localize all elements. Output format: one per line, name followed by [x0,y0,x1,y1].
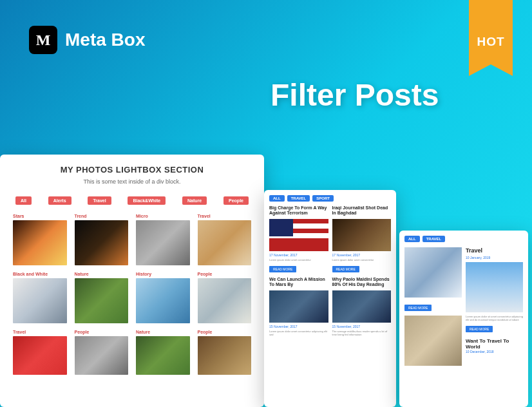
lightbox-subtitle: This is some text inside of a div block. [13,178,251,185]
photo-label: Micro [136,214,190,218]
filter-button[interactable]: Alerts [48,196,71,205]
photo-thumb[interactable] [75,336,129,375]
filter-button[interactable]: Black&White [128,196,166,205]
read-more-button[interactable]: READ MORE [404,305,432,311]
news-card: Iraqi Journalist Shot Dead In Baghdad 17… [332,205,392,273]
card-title: Big Charge To Form A Way Against Terrori… [269,205,328,216]
travel-side-card: READ MORE [404,247,462,368]
card-date: 10 January, 2019 [466,256,523,260]
news-grid: Big Charge To Form A Way Against Terrori… [269,205,391,336]
photo-label: Travel [198,214,252,218]
travel-row: READ MORE Travel 10 January, 2019 Lorem … [404,247,523,368]
photo-thumb[interactable] [136,278,190,323]
card-date: 17 November, 2017 [332,253,392,257]
card-excerpt: The average middle-class reader spends a… [332,330,392,336]
photo-thumb[interactable] [198,336,252,375]
card-image[interactable] [332,219,392,251]
card-image[interactable] [269,219,328,251]
photo-label: People [75,330,129,334]
photo-label: Trend [75,214,129,218]
photo-thumb[interactable] [13,336,67,375]
card-excerpt: Lorem ipsum dolor amet consectetur adipi… [269,330,328,336]
card-image[interactable] [269,290,328,323]
page-title: Filter Posts [271,77,439,113]
card-excerpt: Lorem ipsum dolor sit amet consectetur a… [466,315,523,321]
photo-thumb[interactable] [136,220,190,265]
photo-thumb[interactable] [75,220,129,265]
tag-bar: ALL TRAVEL SPORT [269,195,391,202]
travel-panel: ALL TRAVEL READ MORE Travel 10 January, … [399,231,528,407]
card-excerpt: Lorem ipsum dolor amet consectetur [269,258,328,261]
filter-button[interactable]: Travel [88,196,111,205]
card-title: Why Paolo Maldini Spends 80% Of His Day … [332,277,392,288]
photo-label: Nature [136,330,190,334]
card-title: Iraqi Journalist Shot Dead In Baghdad [332,205,392,216]
filter-button[interactable]: People [223,196,249,205]
tag-bar: ALL TRAVEL [404,236,523,242]
photo-grid: Stars Trend Micro Travel Black and White… [13,214,251,375]
photo-label: Nature [75,272,129,276]
photo-thumb[interactable] [13,278,67,323]
photo-thumb[interactable] [136,336,190,375]
photo-thumb[interactable] [13,220,67,265]
card-title: Want To Travel To World [466,338,523,350]
photo-thumb[interactable] [198,278,252,323]
hot-ribbon: HOT [469,0,513,64]
photo-label: Stars [13,214,67,218]
card-date: 10 December, 2018 [466,350,523,354]
brand-header: M Meta Box [29,26,145,54]
card-date: 15 November, 2017 [269,325,328,328]
card-image[interactable] [404,316,462,366]
travel-main-card: Travel 10 January, 2019 Lorem ipsum dolo… [466,247,523,368]
news-card: Big Charge To Form A Way Against Terrori… [269,205,328,273]
news-panel: ALL TRAVEL SPORT Big Charge To Form A Wa… [264,190,396,407]
photo-label: People [198,330,252,334]
card-date: 17 November, 2017 [269,253,328,257]
photo-label: People [198,272,252,276]
news-card: Why Paolo Maldini Spends 80% Of His Day … [332,277,392,336]
read-more-button[interactable]: READ MORE [466,326,493,332]
tag-button[interactable]: TRAVEL [423,236,446,242]
card-image[interactable] [404,247,462,298]
card-image[interactable] [332,290,392,323]
news-card: We Can Launch A Mission To Mars By 15 No… [269,277,328,336]
photo-label: Black and White [13,272,67,276]
tag-button[interactable]: ALL [404,236,420,242]
tag-button[interactable]: ALL [269,195,285,202]
logo-icon: M [29,26,57,54]
lightbox-title: MY PHOTOS LIGHTBOX SECTION [13,165,251,175]
read-more-button[interactable]: READ MORE [332,266,359,272]
filter-button[interactable]: Nature [182,196,207,205]
photo-label: History [136,272,190,276]
brand-name: Meta Box [65,30,145,50]
filter-bar: All Alerts Travel Black&White Nature Peo… [13,196,251,205]
tag-button[interactable]: TRAVEL [287,195,310,202]
tag-button[interactable]: SPORT [312,195,334,202]
card-title: Travel [466,247,523,254]
card-image[interactable] [466,262,523,312]
filter-button[interactable]: All [15,196,32,205]
photo-label: Travel [13,330,67,334]
card-excerpt: Lorem ipsum dolor amet consectetur [332,258,392,261]
photo-thumb[interactable] [75,278,129,323]
photo-thumb[interactable] [198,220,252,265]
card-date: 15 November, 2017 [332,325,392,328]
read-more-button[interactable]: READ MORE [269,266,296,272]
ribbon-label: HOT [477,35,504,49]
lightbox-panel: MY PHOTOS LIGHTBOX SECTION This is some … [0,155,264,407]
card-title: We Can Launch A Mission To Mars By [269,277,328,288]
